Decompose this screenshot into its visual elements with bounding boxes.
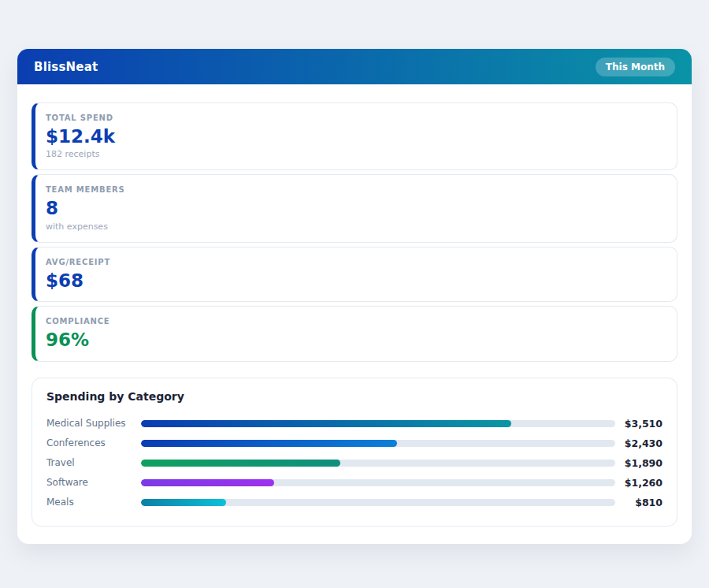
- stat-card-avg-receipt: AVG/RECEIPT $68: [32, 247, 677, 302]
- category-value: $810: [615, 497, 663, 508]
- stat-card-compliance: COMPLIANCE 96%: [32, 306, 677, 361]
- bar-fill: [141, 420, 511, 427]
- category-value: $3,510: [615, 418, 663, 430]
- chart-row-conferences: Conferences $2,430: [46, 434, 663, 453]
- stat-card-team-members: TEAM MEMBERS 8 with expenses: [32, 174, 677, 242]
- category-label: Travel: [46, 457, 141, 468]
- stat-value: $12.4k: [46, 126, 663, 147]
- bar-track: [141, 440, 615, 447]
- stat-card-total-spend: TOTAL SPEND $12.4k 182 receipts: [32, 102, 677, 170]
- bar-fill: [141, 499, 226, 506]
- chart-row-travel: Travel $1,890: [46, 453, 663, 473]
- bar-track: [141, 479, 615, 486]
- stat-label: TOTAL SPEND: [46, 114, 663, 122]
- category-label: Software: [46, 477, 141, 488]
- bar-fill: [141, 460, 340, 467]
- bar-track: [141, 420, 615, 427]
- bar-track: [141, 499, 615, 506]
- category-label: Meals: [46, 497, 141, 508]
- category-value: $2,430: [615, 437, 663, 449]
- category-value: $1,260: [615, 477, 663, 489]
- category-label: Conferences: [46, 437, 141, 448]
- period-badge[interactable]: This Month: [596, 58, 675, 76]
- category-label: Medical Supplies: [46, 418, 141, 429]
- app-body: TOTAL SPEND $12.4k 182 receipts TEAM MEM…: [17, 84, 692, 544]
- stat-value: $68: [46, 270, 663, 291]
- stat-value: 96%: [46, 329, 663, 350]
- stat-sublabel: 182 receipts: [46, 149, 663, 159]
- chart-title: Spending by Category: [46, 390, 663, 403]
- stat-label: AVG/RECEIPT: [46, 258, 663, 266]
- stat-value: 8: [46, 198, 663, 218]
- spending-by-category-card: Spending by Category Medical Supplies $3…: [32, 378, 677, 527]
- stat-label: TEAM MEMBERS: [46, 185, 663, 194]
- stat-sublabel: with expenses: [46, 221, 663, 232]
- chart-row-medical-supplies: Medical Supplies $3,510: [46, 414, 663, 434]
- app-title: BlissNeat: [34, 60, 98, 74]
- stat-label: COMPLIANCE: [46, 317, 663, 326]
- category-value: $1,890: [615, 457, 663, 469]
- bar-fill: [141, 479, 274, 486]
- chart-row-meals: Meals $810: [46, 493, 663, 512]
- bar-fill: [141, 440, 397, 447]
- dashboard-card: BlissNeat This Month TOTAL SPEND $12.4k …: [17, 49, 692, 544]
- app-header: BlissNeat This Month: [17, 49, 692, 84]
- bar-track: [141, 460, 615, 467]
- chart-row-software: Software $1,260: [46, 473, 663, 493]
